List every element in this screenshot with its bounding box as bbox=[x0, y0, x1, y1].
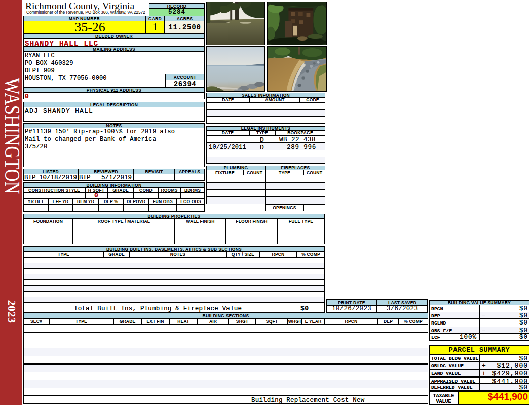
svg-text:2023: 2023 bbox=[6, 300, 18, 323]
svg-text:WASHINGTON: WASHINGTON bbox=[1, 78, 22, 194]
